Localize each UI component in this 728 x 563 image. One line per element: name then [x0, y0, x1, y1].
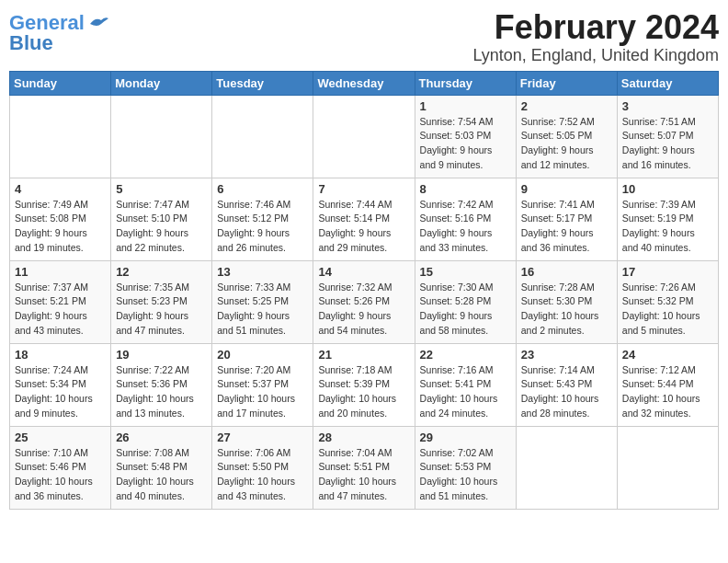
day-info: Sunrise: 7:18 AM Sunset: 5:39 PM Dayligh… — [318, 363, 409, 421]
day-number: 11 — [15, 265, 106, 279]
day-info: Sunrise: 7:24 AM Sunset: 5:34 PM Dayligh… — [15, 363, 106, 421]
calendar-cell — [617, 426, 718, 509]
day-number: 8 — [420, 182, 511, 196]
day-info: Sunrise: 7:44 AM Sunset: 5:14 PM Dayligh… — [318, 198, 409, 256]
day-number: 6 — [217, 182, 308, 196]
day-info: Sunrise: 7:22 AM Sunset: 5:36 PM Dayligh… — [116, 363, 207, 421]
header-wednesday: Wednesday — [313, 71, 415, 95]
day-number: 21 — [318, 348, 409, 362]
calendar-cell: 26Sunrise: 7:08 AM Sunset: 5:48 PM Dayli… — [111, 426, 212, 509]
calendar-cell: 6Sunrise: 7:46 AM Sunset: 5:12 PM Daylig… — [212, 178, 313, 260]
day-number: 25 — [15, 431, 106, 444]
month-title: February 2024 — [472, 9, 719, 46]
calendar-cell — [10, 95, 111, 178]
day-number: 13 — [217, 265, 308, 279]
day-info: Sunrise: 7:47 AM Sunset: 5:10 PM Dayligh… — [116, 198, 207, 256]
day-number: 17 — [622, 265, 713, 279]
day-number: 12 — [116, 265, 207, 279]
day-info: Sunrise: 7:37 AM Sunset: 5:21 PM Dayligh… — [15, 281, 106, 339]
day-number: 5 — [116, 182, 207, 196]
day-info: Sunrise: 7:52 AM Sunset: 5:05 PM Dayligh… — [521, 115, 612, 173]
day-info: Sunrise: 7:10 AM Sunset: 5:46 PM Dayligh… — [15, 446, 106, 504]
header-thursday: Thursday — [415, 71, 516, 95]
day-number: 19 — [116, 348, 207, 362]
calendar-week-row: 18Sunrise: 7:24 AM Sunset: 5:34 PM Dayli… — [10, 343, 719, 426]
calendar-table: SundayMondayTuesdayWednesdayThursdayFrid… — [9, 71, 719, 510]
day-info: Sunrise: 7:02 AM Sunset: 5:53 PM Dayligh… — [420, 446, 511, 504]
day-number: 28 — [318, 431, 409, 444]
day-number: 7 — [318, 182, 409, 196]
day-info: Sunrise: 7:33 AM Sunset: 5:25 PM Dayligh… — [217, 281, 308, 339]
title-block: February 2024 Lynton, England, United Ki… — [472, 9, 719, 65]
day-number: 4 — [15, 182, 106, 196]
calendar-cell: 23Sunrise: 7:14 AM Sunset: 5:43 PM Dayli… — [516, 343, 617, 426]
header-tuesday: Tuesday — [212, 71, 313, 95]
calendar-cell: 9Sunrise: 7:41 AM Sunset: 5:17 PM Daylig… — [516, 178, 617, 260]
day-info: Sunrise: 7:26 AM Sunset: 5:32 PM Dayligh… — [622, 281, 713, 339]
day-number: 3 — [622, 99, 713, 113]
day-info: Sunrise: 7:12 AM Sunset: 5:44 PM Dayligh… — [622, 363, 713, 421]
logo-line2: Blue — [9, 31, 53, 54]
day-info: Sunrise: 7:14 AM Sunset: 5:43 PM Dayligh… — [521, 363, 612, 421]
day-number: 22 — [420, 348, 511, 362]
calendar-cell: 1Sunrise: 7:54 AM Sunset: 5:03 PM Daylig… — [415, 95, 516, 178]
calendar-cell — [313, 95, 415, 178]
location-title: Lynton, England, United Kingdom — [472, 46, 719, 65]
logo-text: General Blue — [9, 13, 85, 53]
calendar-cell: 25Sunrise: 7:10 AM Sunset: 5:46 PM Dayli… — [10, 426, 111, 509]
calendar-cell: 5Sunrise: 7:47 AM Sunset: 5:10 PM Daylig… — [111, 178, 212, 260]
calendar-cell — [516, 426, 617, 509]
calendar-cell: 18Sunrise: 7:24 AM Sunset: 5:34 PM Dayli… — [10, 343, 111, 426]
calendar-week-row: 1Sunrise: 7:54 AM Sunset: 5:03 PM Daylig… — [10, 95, 719, 178]
day-number: 10 — [622, 182, 713, 196]
day-info: Sunrise: 7:28 AM Sunset: 5:30 PM Dayligh… — [521, 281, 612, 339]
logo: General Blue — [9, 9, 108, 53]
day-info: Sunrise: 7:54 AM Sunset: 5:03 PM Dayligh… — [420, 115, 511, 173]
calendar-cell: 10Sunrise: 7:39 AM Sunset: 5:19 PM Dayli… — [617, 178, 718, 260]
day-info: Sunrise: 7:16 AM Sunset: 5:41 PM Dayligh… — [420, 363, 511, 421]
calendar-week-row: 25Sunrise: 7:10 AM Sunset: 5:46 PM Dayli… — [10, 426, 719, 509]
calendar-cell: 11Sunrise: 7:37 AM Sunset: 5:21 PM Dayli… — [10, 260, 111, 343]
calendar-cell: 14Sunrise: 7:32 AM Sunset: 5:26 PM Dayli… — [313, 260, 415, 343]
page-header: General Blue February 2024 Lynton, Engla… — [9, 9, 719, 65]
header-sunday: Sunday — [10, 71, 111, 95]
calendar-cell — [111, 95, 212, 178]
calendar-header-row: SundayMondayTuesdayWednesdayThursdayFrid… — [10, 71, 719, 95]
calendar-cell: 17Sunrise: 7:26 AM Sunset: 5:32 PM Dayli… — [617, 260, 718, 343]
day-info: Sunrise: 7:35 AM Sunset: 5:23 PM Dayligh… — [116, 281, 207, 339]
day-number: 2 — [521, 99, 612, 113]
calendar-cell: 21Sunrise: 7:18 AM Sunset: 5:39 PM Dayli… — [313, 343, 415, 426]
calendar-cell: 27Sunrise: 7:06 AM Sunset: 5:50 PM Dayli… — [212, 426, 313, 509]
calendar-cell: 16Sunrise: 7:28 AM Sunset: 5:30 PM Dayli… — [516, 260, 617, 343]
day-number: 20 — [217, 348, 308, 362]
day-number: 23 — [521, 348, 612, 362]
day-info: Sunrise: 7:41 AM Sunset: 5:17 PM Dayligh… — [521, 198, 612, 256]
calendar-cell: 2Sunrise: 7:52 AM Sunset: 5:05 PM Daylig… — [516, 95, 617, 178]
calendar-cell: 22Sunrise: 7:16 AM Sunset: 5:41 PM Dayli… — [415, 343, 516, 426]
calendar-cell: 4Sunrise: 7:49 AM Sunset: 5:08 PM Daylig… — [10, 178, 111, 260]
calendar-cell: 7Sunrise: 7:44 AM Sunset: 5:14 PM Daylig… — [313, 178, 415, 260]
calendar-cell: 24Sunrise: 7:12 AM Sunset: 5:44 PM Dayli… — [617, 343, 718, 426]
calendar-cell: 20Sunrise: 7:20 AM Sunset: 5:37 PM Dayli… — [212, 343, 313, 426]
calendar-week-row: 4Sunrise: 7:49 AM Sunset: 5:08 PM Daylig… — [10, 178, 719, 260]
day-number: 29 — [420, 431, 511, 444]
calendar-cell: 29Sunrise: 7:02 AM Sunset: 5:53 PM Dayli… — [415, 426, 516, 509]
calendar-week-row: 11Sunrise: 7:37 AM Sunset: 5:21 PM Dayli… — [10, 260, 719, 343]
day-number: 16 — [521, 265, 612, 279]
day-number: 27 — [217, 431, 308, 444]
day-number: 24 — [622, 348, 713, 362]
day-number: 9 — [521, 182, 612, 196]
day-info: Sunrise: 7:04 AM Sunset: 5:51 PM Dayligh… — [318, 446, 409, 504]
calendar-cell: 19Sunrise: 7:22 AM Sunset: 5:36 PM Dayli… — [111, 343, 212, 426]
header-saturday: Saturday — [617, 71, 718, 95]
day-info: Sunrise: 7:51 AM Sunset: 5:07 PM Dayligh… — [622, 115, 713, 173]
calendar-cell: 8Sunrise: 7:42 AM Sunset: 5:16 PM Daylig… — [415, 178, 516, 260]
day-info: Sunrise: 7:30 AM Sunset: 5:28 PM Dayligh… — [420, 281, 511, 339]
header-monday: Monday — [111, 71, 212, 95]
calendar-cell: 13Sunrise: 7:33 AM Sunset: 5:25 PM Dayli… — [212, 260, 313, 343]
calendar-cell: 28Sunrise: 7:04 AM Sunset: 5:51 PM Dayli… — [313, 426, 415, 509]
logo-bird-icon — [88, 15, 108, 33]
day-info: Sunrise: 7:46 AM Sunset: 5:12 PM Dayligh… — [217, 198, 308, 256]
day-number: 1 — [420, 99, 511, 113]
day-info: Sunrise: 7:20 AM Sunset: 5:37 PM Dayligh… — [217, 363, 308, 421]
